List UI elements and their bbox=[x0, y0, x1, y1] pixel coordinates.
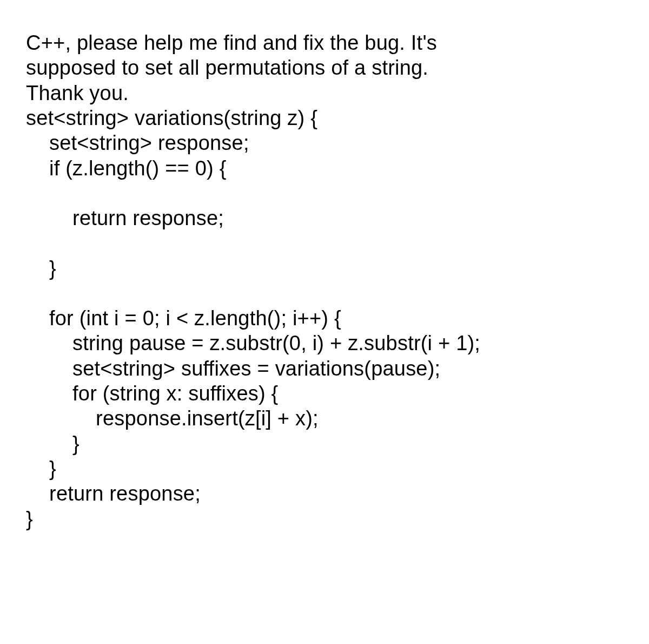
code-line: set<string> response; bbox=[26, 130, 623, 155]
code-line: } bbox=[26, 507, 623, 531]
code-line: for (string x: suffixes) { bbox=[26, 381, 623, 406]
code-line: return response; bbox=[26, 481, 623, 506]
code-line: set<string> suffixes = variations(pause)… bbox=[26, 356, 623, 381]
text-line: Thank you. bbox=[26, 81, 623, 106]
code-line: for (int i = 0; i < z.length(); i++) { bbox=[26, 306, 623, 331]
blank-line bbox=[26, 281, 623, 306]
blank-line bbox=[26, 231, 623, 256]
code-line: return response; bbox=[26, 206, 623, 231]
document-page: C++, please help me find and fix the bug… bbox=[0, 0, 649, 531]
code-line: } bbox=[26, 456, 623, 481]
code-line: if (z.length() == 0) { bbox=[26, 156, 623, 181]
code-line: } bbox=[26, 256, 623, 281]
code-line: response.insert(z[i] + x); bbox=[26, 406, 623, 431]
text-line: C++, please help me find and fix the bug… bbox=[26, 30, 623, 55]
code-line: set<string> variations(string z) { bbox=[26, 106, 623, 130]
blank-line bbox=[26, 181, 623, 206]
text-line: supposed to set all permutations of a st… bbox=[26, 55, 623, 80]
code-line: string pause = z.substr(0, i) + z.substr… bbox=[26, 331, 623, 356]
code-line: } bbox=[26, 431, 623, 456]
